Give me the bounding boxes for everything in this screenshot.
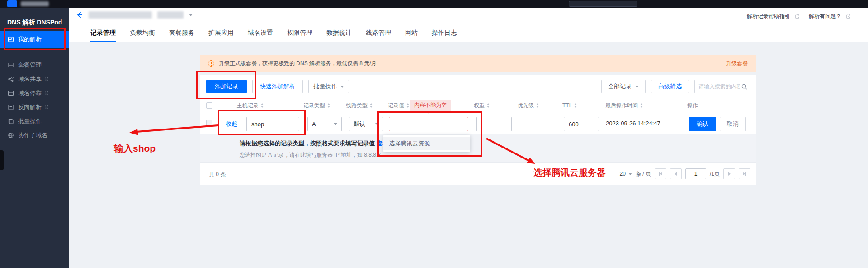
- column-weight[interactable]: 权重: [474, 99, 490, 112]
- tab-website[interactable]: 网站: [405, 26, 418, 42]
- sidebar-item-batch-operation[interactable]: 批量操作: [0, 114, 69, 128]
- row-checkbox[interactable]: [206, 120, 212, 126]
- record-filter-dropdown[interactable]: 全部记录: [601, 80, 646, 93]
- sidebar-item-reverse-resolution[interactable]: 反向解析: [0, 100, 69, 114]
- host-record-input[interactable]: [246, 117, 299, 131]
- column-priority[interactable]: 优先级: [518, 99, 539, 112]
- record-card: 添加记录 快速添加解析 批量操作 全部记录 高级筛选 主机记录 记录类型 线路类…: [200, 75, 756, 185]
- search-icon[interactable]: [741, 83, 748, 90]
- help-line-1-text: 请根据您选择的记录类型，按照格式要求填写记录值: [240, 140, 377, 147]
- select-all-checkbox[interactable]: [206, 102, 212, 109]
- quick-add-resolution-button[interactable]: 快速添加解析: [252, 80, 303, 93]
- line-type-select[interactable]: 默认: [349, 117, 383, 131]
- last-page-button[interactable]: [739, 168, 750, 179]
- column-line-type[interactable]: 线路类型: [346, 99, 373, 112]
- domain-name-redacted: [157, 11, 184, 19]
- tab-domain-settings[interactable]: 域名设置: [248, 26, 273, 42]
- line-type-value: 默认: [354, 120, 365, 128]
- help-line-2: 您选择的是 A 记录，请在此填写服务器 IP 地址，如 8.8.8.8: [240, 151, 381, 159]
- tab-operation-log[interactable]: 操作日志: [432, 26, 457, 42]
- domain-name-redacted: [89, 11, 152, 19]
- page-size-select[interactable]: 20: [620, 171, 632, 177]
- chevron-down-icon: [375, 123, 379, 125]
- external-link-icon: [44, 91, 49, 96]
- resolution-icon: [8, 36, 14, 43]
- record-type-value: A: [312, 121, 316, 128]
- dnspod-console: DNS 解析 DNSPod 我的解析 套餐管理 域名共享 域名停靠 反向解析 批…: [0, 0, 868, 268]
- sort-icon[interactable]: [640, 103, 643, 108]
- sidebar-item-label: 套餐管理: [18, 61, 42, 69]
- sort-icon[interactable]: [370, 103, 373, 108]
- annotation-label-input-shop: 输入shop: [114, 142, 156, 155]
- sort-icon[interactable]: [327, 103, 330, 108]
- card-footer: 共 0 条 20 条 / 页 /1页: [200, 162, 756, 185]
- sidebar-item-domain-sharing[interactable]: 域名共享: [0, 72, 69, 86]
- cancel-button[interactable]: 取消: [720, 117, 746, 131]
- confirm-button[interactable]: 确认: [689, 117, 716, 131]
- last-operation-time: 2023-09-26 14:24:47: [606, 120, 660, 127]
- sidebar-item-label: 域名共享: [18, 75, 42, 83]
- console-search-input[interactable]: [569, 1, 637, 7]
- column-record-value[interactable]: 记录值: [388, 99, 409, 112]
- back-arrow-icon[interactable]: [75, 10, 84, 19]
- resolution-help-guide-link[interactable]: 解析记录帮助指引: [747, 13, 800, 20]
- banner-text: 升级正式版套餐，获得更极致的 DNS 解析服务，最低仅需 8 元/月: [219, 60, 377, 67]
- add-record-button[interactable]: 添加记录: [206, 80, 247, 93]
- sidebar-item-label: 我的解析: [18, 35, 42, 43]
- tencent-cloud-logo-icon[interactable]: [7, 0, 17, 7]
- search-input[interactable]: [698, 83, 740, 90]
- annotation-label-select-server: 选择腾讯云服务器: [533, 167, 606, 179]
- record-value-dropdown: 选择腾讯云资源: [383, 135, 470, 152]
- tab-load-balancing[interactable]: 负载均衡: [130, 26, 155, 42]
- column-host[interactable]: 主机记录: [237, 99, 264, 112]
- column-ttl[interactable]: TTL: [562, 99, 577, 112]
- page-size-value: 20: [620, 171, 626, 177]
- ttl-input[interactable]: [564, 117, 599, 131]
- sidebar-item-plan-management[interactable]: 套餐管理: [0, 58, 69, 72]
- sort-icon[interactable]: [536, 103, 539, 108]
- record-help-section: 请根据您选择的记录类型，按照格式要求填写记录值 查看详细指引 您选择的是 A 记…: [200, 134, 756, 162]
- table-header: 主机记录 记录类型 线路类型 记录值 权重 优先级 TTL 最后操作时间 操作: [206, 99, 750, 112]
- tab-data-statistics[interactable]: 数据统计: [326, 26, 352, 42]
- sidebar-item-collaborative-subdomain[interactable]: 协作子域名: [0, 128, 69, 142]
- sidebar-collapse-handle[interactable]: [0, 150, 4, 170]
- upgrade-plan-link[interactable]: 升级套餐: [726, 60, 748, 67]
- tab-extended-apps[interactable]: 扩展应用: [208, 26, 234, 42]
- sort-icon[interactable]: [574, 103, 577, 108]
- batch-operation-button[interactable]: 批量操作: [308, 80, 349, 93]
- record-value-input[interactable]: [389, 117, 468, 131]
- collapse-link[interactable]: 收起: [226, 120, 237, 128]
- sort-icon[interactable]: [261, 103, 264, 108]
- sidebar-item-my-resolution[interactable]: 我的解析: [0, 31, 69, 48]
- window-icon: [8, 90, 14, 96]
- resolution-problem-link[interactable]: 解析有问题？: [809, 13, 851, 20]
- column-actions: 操作: [687, 99, 698, 112]
- content-header: 解析记录帮助指引 解析有问题？ 记录管理 负载均衡 套餐服务 扩展应用 域名设置…: [69, 8, 868, 42]
- tab-record-management[interactable]: 记录管理: [90, 26, 116, 42]
- copy-icon: [8, 118, 14, 124]
- sort-icon[interactable]: [406, 103, 409, 108]
- sidebar-item-label: 批量操作: [18, 117, 42, 125]
- external-link-icon: [795, 14, 800, 19]
- tab-plan-service[interactable]: 套餐服务: [169, 26, 194, 42]
- document-icon: [8, 104, 14, 110]
- column-record-type[interactable]: 记录类型: [303, 99, 330, 112]
- weight-input[interactable]: [476, 117, 512, 131]
- prev-page-button[interactable]: [670, 168, 682, 179]
- page-number-input[interactable]: [685, 168, 706, 179]
- chevron-down-icon: [628, 173, 632, 175]
- next-page-button[interactable]: [723, 168, 735, 179]
- tab-permission-management[interactable]: 权限管理: [287, 26, 312, 42]
- first-page-button[interactable]: [655, 168, 666, 179]
- select-tencent-cloud-resource-item[interactable]: 选择腾讯云资源: [383, 137, 470, 150]
- sidebar-item-domain-parking[interactable]: 域名停靠: [0, 86, 69, 100]
- sidebar-item-label: 协作子域名: [18, 131, 47, 139]
- advanced-filter-button[interactable]: 高级筛选: [651, 80, 689, 93]
- record-type-select[interactable]: A: [307, 117, 342, 131]
- column-last-operation-time[interactable]: 最后操作时间: [605, 99, 643, 112]
- tab-line-management[interactable]: 线路管理: [366, 26, 391, 42]
- record-edit-row: 收起 A 默认 2023-09-26 14:24:47 确认 取消: [206, 112, 750, 134]
- sort-icon[interactable]: [487, 103, 490, 108]
- share-icon: [8, 76, 14, 82]
- domain-switch-caret-icon[interactable]: [189, 14, 193, 16]
